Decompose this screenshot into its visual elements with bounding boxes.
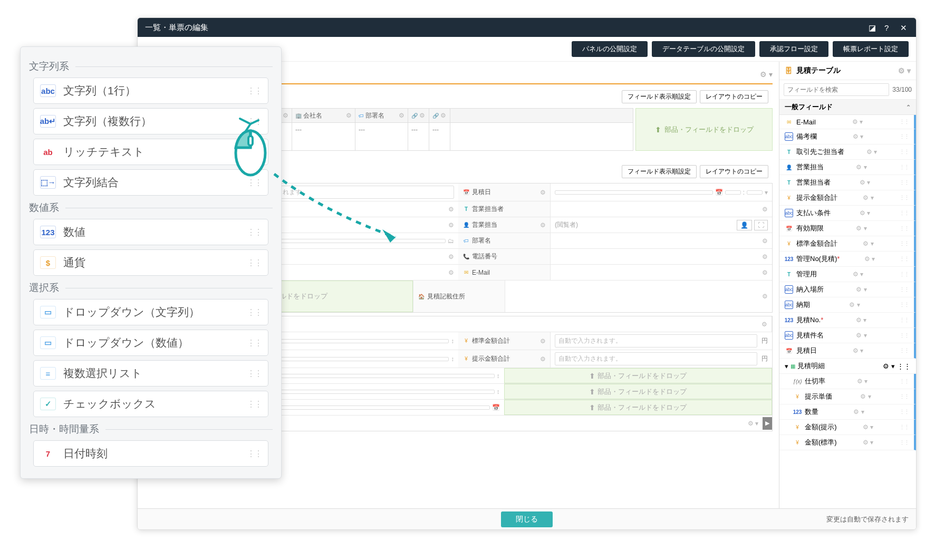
help-icon[interactable]: ? <box>884 23 893 32</box>
gear-icon[interactable]: ⚙ ▾ <box>853 133 863 140</box>
gear-icon[interactable]: ⚙ ▾ <box>863 423 873 431</box>
field-item[interactable]: abc納期⚙ ▾⋮⋮ <box>779 297 916 313</box>
palette-item[interactable]: ≡複数選択リスト⋮⋮ <box>33 360 268 387</box>
gear-icon[interactable]: ⚙ ▾ <box>857 378 867 385</box>
datatable-publish-button[interactable]: データテーブルの公開設定 <box>652 41 755 57</box>
gear-icon[interactable]: ⚙ ▾ <box>849 301 860 308</box>
field-sub-item[interactable]: ¥金額(提示)⚙ ▾⋮⋮ <box>779 420 916 435</box>
field-sub-item[interactable]: ¥提示単価⚙ ▾⋮⋮ <box>779 389 916 404</box>
gear-icon[interactable]: ⚙ ▾ <box>856 225 866 232</box>
grip-icon: ⋮⋮ <box>247 178 262 188</box>
field-item[interactable]: abc見積件名⚙ ▾⋮⋮ <box>779 328 916 343</box>
panel-publish-button[interactable]: パネルの公開設定 <box>572 41 648 57</box>
detail-drop-1[interactable]: ⬆部品・フィールドをドロップ <box>504 368 773 383</box>
field-item[interactable]: 📅見積日⚙ ▾⋮⋮ <box>779 343 916 359</box>
list-drop-zone[interactable]: ⬆ 部品・フィールドをドロップ <box>635 108 773 151</box>
approval-flow-button[interactable]: 承認フロー設定 <box>759 41 828 57</box>
panel-gear-icon[interactable]: ⚙ ▾ <box>760 70 773 79</box>
gear-icon[interactable]: ⚙ ▾ <box>853 408 864 416</box>
gear-icon[interactable]: ⚙ ▾ <box>864 255 875 263</box>
num-icon: 123 <box>785 255 793 263</box>
titlebar: 一覧・単票の編集 ◪ ? ✕ <box>138 18 916 37</box>
field-sub-item[interactable]: ƒ(x)仕切率⚙ ▾⋮⋮ <box>779 374 916 389</box>
gear-icon[interactable]: ⚙ ▾ <box>863 240 873 247</box>
form-copy-layout-button[interactable]: レイアウトのコピー <box>700 165 768 178</box>
gear-icon[interactable]: ⚙ ▾ <box>860 393 871 400</box>
field-search-input[interactable] <box>784 83 889 96</box>
grip-icon: ⋮⋮ <box>899 225 909 232</box>
field-item[interactable]: 123管理No(見積)*⚙ ▾⋮⋮ <box>779 252 916 267</box>
general-fields-section[interactable]: 一般フィールド ⌃ <box>779 100 916 115</box>
close-button[interactable]: 閉じる <box>501 511 553 527</box>
gear-icon[interactable]: ⚙ ▾ <box>883 362 895 370</box>
subtable-header[interactable]: ▾▦見積明細⚙ ▾⋮⋮ <box>779 359 916 374</box>
text-icon: T <box>462 206 470 213</box>
report-settings-button[interactable]: 帳票レポート設定 <box>833 41 909 57</box>
palette-item[interactable]: 123数値⋮⋮ <box>33 219 268 245</box>
gear-icon[interactable]: ⚙ ▾ <box>866 148 877 156</box>
palette-category: 日時・時間量系 <box>29 422 273 436</box>
form-field-order-button[interactable]: フィールド表示順設定 <box>622 165 697 178</box>
field-list: ✉E-Mail⚙ ▾⋮⋮abc備考欄⚙ ▾⋮⋮T取引先ご担当者⚙ ▾⋮⋮👤営業担… <box>779 115 916 509</box>
field-item[interactable]: ¥標準金額合計⚙ ▾⋮⋮ <box>779 236 916 252</box>
field-sub-item[interactable]: 123数量⚙ ▾⋮⋮ <box>779 404 916 420</box>
palette-item[interactable]: 7日付時刻⋮⋮ <box>33 440 268 467</box>
scroll-right-icon[interactable]: ▶ <box>763 417 772 430</box>
cur-icon: ¥ <box>785 194 793 202</box>
field-item[interactable]: ✉E-Mail⚙ ▾⋮⋮ <box>779 115 916 129</box>
detail-drop-2[interactable]: ⬆部品・フィールドをドロップ <box>504 384 773 399</box>
type-icon: ≡ <box>40 367 56 380</box>
field-item[interactable]: T管理用⚙ ▾⋮⋮ <box>779 267 916 282</box>
field-item[interactable]: 123見積No.*⚙ ▾⋮⋮ <box>779 313 916 328</box>
palette-item[interactable]: ▭ドロップダウン（文字列）⋮⋮ <box>33 299 268 325</box>
grip-icon: ⋮⋮ <box>247 117 262 127</box>
field-sub-item[interactable]: ¥金額(標準)⚙ ▾⋮⋮ <box>779 435 916 450</box>
gear-icon[interactable]: ⚙ ▾ <box>856 286 866 293</box>
right-panel-title-row: 🗄 見積テーブル ⚙ ▾ <box>779 62 916 80</box>
field-item[interactable]: T取引先ご担当者⚙ ▾⋮⋮ <box>779 144 916 160</box>
field-order-button[interactable]: フィールド表示順設定 <box>622 90 697 103</box>
palette-item[interactable]: ab↵文字列（複数行）⋮⋮ <box>33 108 268 134</box>
gear-icon[interactable]: ⚙ ▾ <box>856 163 866 171</box>
field-item[interactable]: 👤営業担当⚙ ▾⋮⋮ <box>779 160 916 175</box>
gear-icon[interactable]: ⚙ ▾ <box>856 332 866 339</box>
card-icon[interactable]: 🗂 <box>448 237 454 245</box>
note-icon[interactable]: ◪ <box>869 23 877 32</box>
grip-icon: ⋮⋮ <box>899 378 909 385</box>
palette-category: 数値系 <box>29 201 273 215</box>
palette-item[interactable]: ▭ドロップダウン（数値）⋮⋮ <box>33 330 268 356</box>
copy-layout-button[interactable]: レイアウトのコピー <box>700 90 768 103</box>
field-item[interactable]: ¥提示金額合計⚙ ▾⋮⋮ <box>779 190 916 206</box>
user-pick-icon[interactable]: 👤 <box>737 220 752 230</box>
grip-icon: ⋮⋮ <box>899 119 909 125</box>
close-icon[interactable]: ✕ <box>900 23 909 32</box>
abc-icon: abc <box>785 301 793 309</box>
expand-icon[interactable]: ⛶ <box>754 220 768 230</box>
palette-item[interactable]: $通貨⋮⋮ <box>33 249 268 276</box>
gear-icon[interactable]: ⚙ ▾ <box>863 194 873 201</box>
gear-icon[interactable]: ⚙ ▾ <box>852 118 863 125</box>
num-icon: 123 <box>793 408 802 416</box>
grip-icon: ⋮⋮ <box>899 271 909 278</box>
field-item[interactable]: T営業担当者⚙ ▾⋮⋮ <box>779 175 916 190</box>
palette-item[interactable]: abc文字列（1行）⋮⋮ <box>33 78 268 104</box>
palette-item[interactable]: ⬚→文字列結合⋮⋮ <box>33 169 268 196</box>
upload-icon: ⬆ <box>589 388 595 396</box>
detail-drop-3[interactable]: ⬆部品・フィールドをドロップ <box>504 400 773 415</box>
gear-icon[interactable]: ⚙ ▾ <box>860 209 870 217</box>
palette-item[interactable]: abリッチテキスト⋮⋮ <box>33 139 268 165</box>
gear-icon[interactable]: ⚙ ▾ <box>863 439 873 446</box>
field-item[interactable]: abc支払い条件⚙ ▾⋮⋮ <box>779 206 916 221</box>
field-item[interactable]: abc納入場所⚙ ▾⋮⋮ <box>779 282 916 297</box>
gear-icon[interactable]: ⚙ ▾ <box>856 316 866 324</box>
field-item[interactable]: abc備考欄⚙ ▾⋮⋮ <box>779 129 916 144</box>
gear-icon[interactable]: ⚙ ▾ <box>860 179 870 186</box>
gear-icon[interactable]: ⚙ ▾ <box>853 347 863 354</box>
palette-item[interactable]: ✓チェックボックス⋮⋮ <box>33 391 268 417</box>
date-input[interactable] <box>555 190 713 195</box>
gear-icon[interactable]: ⚙ ▾ <box>853 271 863 278</box>
rp-gear-icon[interactable]: ⚙ ▾ <box>898 66 911 75</box>
grip-icon: ⋮⋮ <box>899 256 909 263</box>
field-item[interactable]: 📅有効期限⚙ ▾⋮⋮ <box>779 221 916 236</box>
num-icon: 123 <box>785 316 793 324</box>
